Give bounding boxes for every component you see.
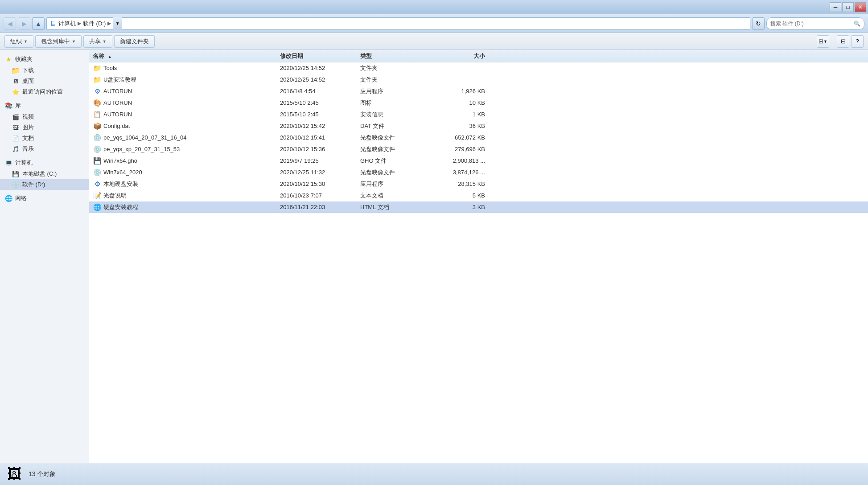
file-icon: 📁 bbox=[93, 64, 102, 73]
file-size: 10 KB bbox=[427, 99, 485, 106]
file-name: pe_yqs_1064_20_07_31_16_04 bbox=[103, 134, 187, 141]
file-name-cell: 🌐 硬盘安装教程 bbox=[93, 203, 280, 212]
file-size: 36 KB bbox=[427, 123, 485, 129]
file-icon: 📁 bbox=[93, 75, 102, 84]
address-bar: 🖥 计算机 ▶ 软件 (D:) ▶ ▼ bbox=[46, 17, 750, 30]
table-row[interactable]: 📁 U盘安装教程 2020/12/25 14:52 文件夹 bbox=[89, 74, 868, 86]
sidebar-item-desktop[interactable]: 🖥 桌面 bbox=[0, 76, 89, 86]
file-type: 文件夹 bbox=[360, 76, 427, 84]
file-name: AUTORUN bbox=[103, 88, 132, 95]
file-size: 1 KB bbox=[427, 111, 485, 118]
navbar: ◀ ▶ ▲ 🖥 计算机 ▶ 软件 (D:) ▶ ▼ ↻ 🔍 bbox=[0, 14, 868, 33]
recent-icon: ⭐ bbox=[12, 88, 20, 96]
statusbar-count: 13 个对象 bbox=[29, 470, 56, 478]
search-input[interactable] bbox=[770, 21, 852, 27]
sidebar-computer-label: 计算机 bbox=[15, 159, 33, 167]
file-icon: 🌐 bbox=[93, 203, 102, 212]
back-button[interactable]: ◀ bbox=[4, 17, 16, 30]
header-type[interactable]: 类型 bbox=[360, 52, 427, 60]
share-button[interactable]: 共享 ▼ bbox=[83, 35, 112, 48]
file-date: 2020/10/12 15:30 bbox=[280, 181, 360, 187]
sidebar-item-download[interactable]: 📁 下载 bbox=[0, 65, 89, 76]
file-icon: 📦 bbox=[93, 122, 102, 131]
include-label: 包含到库中 bbox=[41, 37, 70, 45]
cdrive-icon: 💾 bbox=[12, 170, 20, 178]
share-arrow: ▼ bbox=[103, 39, 107, 44]
file-list: 📁 Tools 2020/12/25 14:52 文件夹 📁 U盘安装教程 20… bbox=[89, 62, 868, 463]
organize-label: 组织 bbox=[10, 37, 22, 45]
forward-button[interactable]: ▶ bbox=[18, 17, 30, 30]
table-row[interactable]: ⚙ 本地硬盘安装 2020/10/12 15:30 应用程序 28,315 KB bbox=[89, 178, 868, 190]
maximize-button[interactable]: □ bbox=[842, 2, 854, 12]
close-button[interactable]: ✕ bbox=[855, 2, 866, 12]
table-row[interactable]: 🎨 AUTORUN 2015/5/10 2:45 图标 10 KB bbox=[89, 97, 868, 109]
minimize-button[interactable]: ─ bbox=[830, 2, 841, 12]
header-type-label: 类型 bbox=[360, 53, 372, 59]
sidebar-network-label: 网络 bbox=[15, 194, 27, 202]
ddrive-icon: 💿 bbox=[12, 181, 20, 189]
sidebar-item-video[interactable]: 🎬 视频 bbox=[0, 111, 89, 122]
sidebar-section-library: 📚 库 🎬 视频 🖼 图片 📄 文档 🎵 音乐 bbox=[0, 100, 89, 154]
file-type: 图标 bbox=[360, 99, 427, 107]
table-row[interactable]: 💾 Win7x64.gho 2019/9/7 19:25 GHO 文件 2,90… bbox=[89, 155, 868, 167]
sidebar-item-music-label: 音乐 bbox=[22, 145, 34, 153]
preview-pane-button[interactable]: ⊟ bbox=[837, 35, 849, 48]
file-header: 名称 ▲ 修改日期 类型 大小 bbox=[89, 50, 868, 62]
statusbar-icon: 🖼 bbox=[5, 465, 23, 483]
sidebar-item-recent[interactable]: ⭐ 最近访问的位置 bbox=[0, 86, 89, 97]
address-dropdown[interactable]: ▼ bbox=[113, 17, 122, 30]
up-button[interactable]: ▲ bbox=[32, 17, 45, 30]
file-type: 应用程序 bbox=[360, 180, 427, 188]
file-size: 2,900,813 ... bbox=[427, 157, 485, 164]
file-name-cell: 📦 Config.dat bbox=[93, 122, 280, 131]
organize-button[interactable]: 组织 ▼ bbox=[4, 35, 33, 48]
table-row[interactable]: 📋 AUTORUN 2015/5/10 2:45 安装信息 1 KB bbox=[89, 109, 868, 120]
search-icon[interactable]: 🔍 bbox=[854, 21, 860, 27]
sidebar-item-music[interactable]: 🎵 音乐 bbox=[0, 144, 89, 154]
sidebar-item-video-label: 视频 bbox=[22, 113, 34, 121]
table-row[interactable]: 💿 pe_yqs_1064_20_07_31_16_04 2020/10/12 … bbox=[89, 132, 868, 144]
view-arrow: ▼ bbox=[823, 39, 827, 44]
path-computer[interactable]: 计算机 bbox=[58, 20, 76, 28]
file-name: pe_yqs_xp_20_07_31_15_53 bbox=[103, 146, 180, 152]
path-drive[interactable]: 软件 (D:) bbox=[83, 20, 106, 28]
table-row[interactable]: 📝 光盘说明 2016/10/23 7:07 文本文档 5 KB bbox=[89, 190, 868, 201]
view-icon: ⊞ bbox=[819, 38, 823, 45]
include-button[interactable]: 包含到库中 ▼ bbox=[35, 35, 82, 48]
file-name: 光盘说明 bbox=[103, 192, 127, 200]
sidebar-item-image[interactable]: 🖼 图片 bbox=[0, 122, 89, 133]
table-row[interactable]: 📁 Tools 2020/12/25 14:52 文件夹 bbox=[89, 62, 868, 74]
toolbar: 组织 ▼ 包含到库中 ▼ 共享 ▼ 新建文件夹 ⊞ ▼ ⊟ ? bbox=[0, 33, 868, 50]
file-type: 光盘映像文件 bbox=[360, 134, 427, 142]
file-name-cell: ⚙ 本地硬盘安装 bbox=[93, 180, 280, 189]
table-row[interactable]: 🌐 硬盘安装教程 2016/11/21 22:03 HTML 文档 3 KB bbox=[89, 201, 868, 213]
sidebar-item-ddrive[interactable]: 💿 软件 (D:) bbox=[0, 179, 89, 190]
header-size[interactable]: 大小 bbox=[427, 52, 485, 60]
sidebar-network-header[interactable]: 🌐 网络 bbox=[0, 193, 89, 204]
header-name[interactable]: 名称 ▲ bbox=[93, 52, 280, 60]
sidebar-item-cdrive[interactable]: 💾 本地磁盘 (C:) bbox=[0, 169, 89, 179]
header-date[interactable]: 修改日期 bbox=[280, 52, 360, 60]
address-path[interactable]: 计算机 ▶ 软件 (D:) ▶ bbox=[58, 20, 111, 28]
help-button[interactable]: ? bbox=[851, 35, 864, 48]
star-icon: ★ bbox=[4, 55, 12, 63]
desktop-icon: 🖥 bbox=[12, 77, 20, 85]
table-row[interactable]: 💿 pe_yqs_xp_20_07_31_15_53 2020/10/12 15… bbox=[89, 144, 868, 155]
network-icon: 🌐 bbox=[4, 194, 12, 202]
file-type: DAT 文件 bbox=[360, 122, 427, 130]
header-name-label: 名称 bbox=[93, 53, 104, 59]
header-size-label: 大小 bbox=[473, 53, 485, 59]
sidebar-favorites-header[interactable]: ★ 收藏夹 bbox=[0, 53, 89, 65]
sidebar-computer-header[interactable]: 💻 计算机 bbox=[0, 157, 89, 169]
table-row[interactable]: ⚙ AUTORUN 2016/1/8 4:54 应用程序 1,926 KB bbox=[89, 86, 868, 97]
file-name-cell: 📋 AUTORUN bbox=[93, 110, 280, 119]
view-button[interactable]: ⊞ ▼ bbox=[817, 35, 829, 48]
new-folder-button[interactable]: 新建文件夹 bbox=[114, 35, 155, 48]
refresh-button[interactable]: ↻ bbox=[752, 17, 765, 30]
file-type: 光盘映像文件 bbox=[360, 145, 427, 153]
table-row[interactable]: 📦 Config.dat 2020/10/12 15:42 DAT 文件 36 … bbox=[89, 120, 868, 132]
file-size: 28,315 KB bbox=[427, 181, 485, 187]
table-row[interactable]: 💿 Win7x64_2020 2020/12/25 11:32 光盘映像文件 3… bbox=[89, 167, 868, 178]
sidebar-item-document[interactable]: 📄 文档 bbox=[0, 133, 89, 144]
sidebar-library-header[interactable]: 📚 库 bbox=[0, 100, 89, 111]
